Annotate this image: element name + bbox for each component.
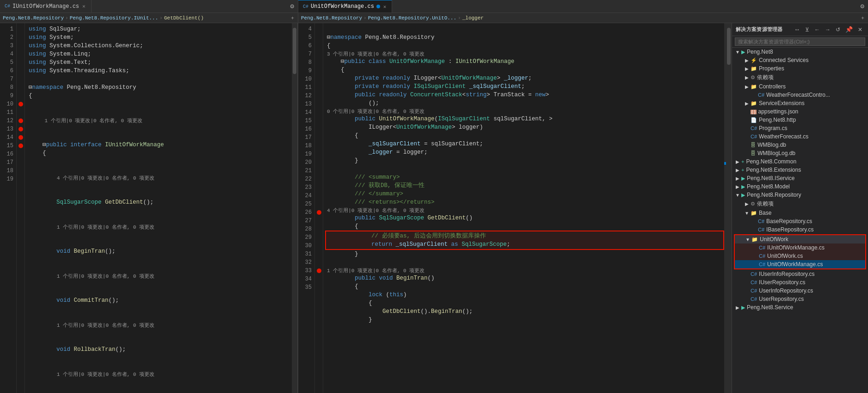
bc-right-2[interactable]: Peng.Net8.Repository.UnitO... — [368, 15, 456, 21]
tree-item-unitofwork-folder[interactable]: ▼ 📁 UnitOfWork — [735, 235, 865, 243]
sidebar-btn-3[interactable]: ← — [813, 25, 822, 34]
label-weatherforecast-cs: WeatherForecast.cs — [759, 133, 808, 140]
tree-item-iuserinfo-repo[interactable]: C# IUserInfoRepository.cs — [732, 270, 868, 278]
bc-right-3[interactable]: _logger — [462, 15, 484, 21]
right-line-numbers: 4 5 6 7 8 9 10 11 12 13 14 15 16 17 18 1… — [298, 23, 315, 393]
tree-item-iuser-repo[interactable]: C# IUserRepository.cs — [732, 278, 868, 287]
tree-item-deps-top[interactable]: ▶ ⚙ 依赖项 — [732, 73, 868, 82]
arrow-peng-net8: ▼ — [734, 50, 741, 55]
icon-wmblog-db: 🗄 — [751, 142, 756, 148]
tree-item-wmbloglog-db[interactable]: 🗄 WMBlogLog.db — [732, 149, 868, 157]
label-unitofwork-folder: UnitOfWork — [760, 236, 788, 243]
icon-uow-cs: C# — [759, 253, 765, 259]
tree-item-program-cs[interactable]: C# Program.cs — [732, 124, 868, 132]
sidebar-btn-close[interactable]: ✕ — [856, 25, 864, 34]
tree-item-weatherforecast[interactable]: C# WeatherForecastContro... — [732, 91, 868, 99]
sidebar-search-input[interactable] — [735, 37, 865, 46]
label-deps-top: 依赖项 — [757, 74, 774, 81]
tree-item-baserepo[interactable]: C# BaseRepository.cs — [732, 217, 868, 225]
icon-baserepo-cs: C# — [758, 218, 764, 224]
right-bp-gutter — [315, 23, 323, 393]
tree-item-peng-repository[interactable]: ▼ ▶ Peng.Net8.Repository — [732, 191, 868, 199]
tree-item-unitofwork-cs[interactable]: C# UnitOfWork.cs — [735, 252, 865, 260]
bp-dot-14 — [18, 135, 23, 140]
tab-label-left: IUnitOfWorkManage.cs — [12, 3, 79, 10]
icon-program-cs: C# — [751, 125, 757, 131]
icon-iuow-cs: C# — [759, 245, 765, 250]
bc-left-3[interactable]: GetDbClient() — [164, 15, 204, 21]
bp-dot-15 — [18, 143, 23, 148]
modified-dot — [376, 5, 380, 8]
tree-item-weatherforecast-cs[interactable]: C# WeatherForecast.cs — [732, 132, 868, 141]
label-baserepo: BaseRepository.cs — [766, 218, 812, 225]
tree-item-controllers[interactable]: ▶ 📁 Controllers — [732, 82, 868, 91]
tab-close-right[interactable]: ✕ — [382, 3, 388, 10]
label-iunitofworkmanage: IUnitOfWorkManage.cs — [767, 244, 825, 251]
left-scroll-thumb[interactable] — [293, 28, 296, 74]
label-serviceext: ServiceExtensions — [759, 100, 805, 106]
label-program-cs: Program.cs — [759, 125, 787, 131]
tree-item-peng-common[interactable]: ▶ + Peng.Net8.Common — [732, 157, 868, 166]
tree-item-user-repo[interactable]: C# UserRepository.cs — [732, 295, 868, 303]
arrow-connected: ▶ — [743, 58, 751, 63]
tree-item-peng-model[interactable]: ▶ ▶ Peng.Net8.Model — [732, 182, 868, 191]
tree-item-appsettings[interactable]: { } appsettings.json — [732, 107, 868, 116]
icon-http-file: 📄 — [751, 117, 757, 123]
sidebar-btn-pin[interactable]: 📌 — [843, 25, 855, 34]
icon-properties-folder: 📁 — [751, 66, 757, 72]
tree-item-deps-repo[interactable]: ▶ ⚙ 依赖项 — [732, 199, 868, 209]
arrow-common: ▶ — [734, 159, 741, 164]
sidebar-btn-2[interactable]: ⊻ — [803, 25, 811, 34]
tab-close-left[interactable]: ✕ — [81, 3, 86, 10]
bc-left-2[interactable]: Peng.Net8.Repository.IUnit... — [70, 15, 158, 21]
bc-right-1[interactable]: Peng.Net8.Repository — [301, 15, 362, 21]
left-bp-gutter — [17, 23, 25, 393]
tab-iunitofworkmanage[interactable]: C# IUnitOfWorkManage.cs ✕ — [0, 0, 92, 12]
icon-user-cs: C# — [751, 296, 757, 302]
tree-item-properties[interactable]: ▶ 📁 Properties — [732, 64, 868, 73]
label-peng-common: Peng.Net8.Common — [746, 158, 796, 165]
tree-item-ibaserepo[interactable]: C# IBaseRepository.cs — [732, 225, 868, 234]
label-controllers: Controllers — [759, 83, 786, 90]
bc-left-1[interactable]: Peng.Net8.Repository — [3, 15, 64, 21]
sidebar-btn-4[interactable]: → — [823, 25, 832, 34]
tree-item-userinfo-repo[interactable]: C# UserInfoRepository.cs — [732, 287, 868, 295]
tree-item-unitofworkmanage-cs[interactable]: C# UnitOfWorkManage.cs — [735, 260, 865, 268]
sidebar-btn-1[interactable]: ↔ — [792, 25, 802, 34]
bc-left-add[interactable]: ＋ — [290, 14, 295, 21]
tree-item-wmblog-db[interactable]: 🗄 WMBlog.db — [732, 141, 868, 149]
right-tab-settings-icon[interactable]: ⚙ — [857, 2, 868, 10]
left-scrollbar[interactable] — [292, 23, 297, 393]
right-scroll-thumb[interactable] — [727, 28, 731, 65]
tree-item-peng-extensions[interactable]: ▶ + Peng.Net8.Extensions — [732, 166, 868, 174]
icon-unitofwork-folder: 📁 — [751, 237, 758, 243]
tab-unitofworkmanage[interactable]: C# UnitOfWorkManage.cs ✕ — [298, 0, 392, 12]
arrow-serviceext: ▶ — [743, 101, 751, 106]
label-wmbloglog-db: WMBlogLog.db — [757, 150, 795, 156]
tab-settings-icon[interactable]: ⚙ — [287, 2, 298, 10]
bc-sep-2: › — [160, 15, 163, 21]
label-wmblog-db: WMBlog.db — [757, 142, 786, 148]
sidebar-toolbar: ↔ ⊻ ← → ↺ 📌 ✕ — [792, 25, 864, 34]
right-scrollbar[interactable] — [726, 23, 732, 393]
label-unitofwork-cs: UnitOfWork.cs — [767, 253, 803, 259]
red-highlight-box: // 必须要as, 后边会用到切换数据库操作 return _sqlSugarC… — [325, 231, 724, 250]
icon-weatherforecast-cs: C# — [758, 92, 764, 98]
tree-item-peng-service[interactable]: ▶ ▶ Peng.Net8.Service — [732, 303, 868, 312]
arrow-model: ▶ — [734, 184, 741, 189]
label-iuser-repo: IUserRepository.cs — [759, 279, 805, 286]
tree-item-connected-services[interactable]: ▶ ⚡ Connected Services — [732, 56, 868, 64]
tree-item-iunitofworkmanage[interactable]: C# IUnitOfWorkManage.cs — [735, 243, 865, 252]
label-ibaserepo: IBaseRepository.cs — [766, 226, 814, 233]
bc-right-add[interactable]: ＋ — [860, 14, 865, 21]
label-connected-services: Connected Services — [759, 57, 808, 63]
tree-item-serviceextensions[interactable]: ▶ 📁 ServiceExtensions — [732, 99, 868, 107]
label-peng-iservice: Peng.Net8.IService — [747, 175, 794, 181]
icon-peng-model: ▶ — [741, 184, 745, 190]
tree-item-pengnet8http[interactable]: 📄 Peng.Net8.http — [732, 116, 868, 124]
tree-item-peng-net8[interactable]: ▼ ▶ Peng.Net8 — [732, 48, 868, 56]
sidebar-btn-refresh[interactable]: ↺ — [834, 25, 842, 34]
icon-peng-extensions: + — [741, 167, 744, 173]
tree-item-peng-iservice[interactable]: ▶ ▶ Peng.Net8.IService — [732, 174, 868, 182]
tree-item-base-folder[interactable]: ▼ 📁 Base — [732, 209, 868, 217]
